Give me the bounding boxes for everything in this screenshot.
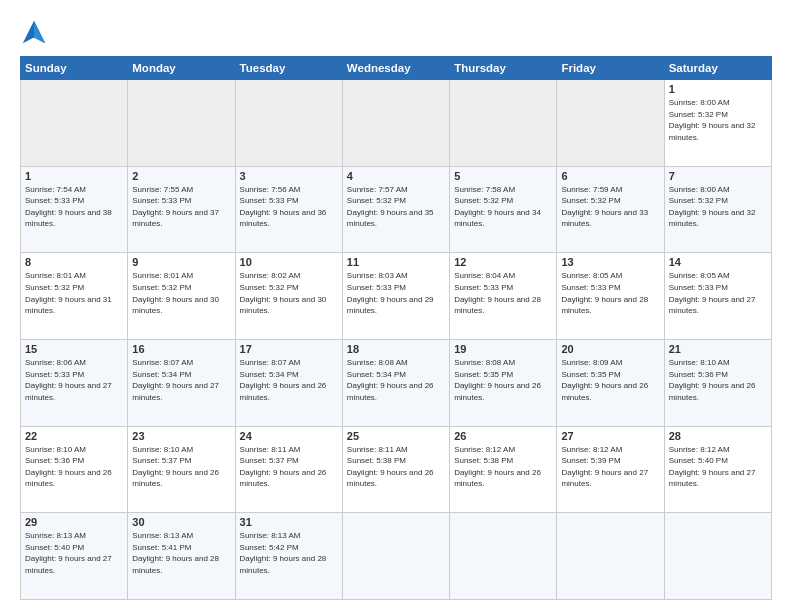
calendar-cell: 8Sunrise: 8:01 AMSunset: 5:32 PMDaylight…	[21, 253, 128, 340]
cell-content: Sunrise: 8:13 AMSunset: 5:42 PMDaylight:…	[240, 531, 327, 575]
calendar-cell: 15Sunrise: 8:06 AMSunset: 5:33 PMDayligh…	[21, 339, 128, 426]
calendar-week-row: 15Sunrise: 8:06 AMSunset: 5:33 PMDayligh…	[21, 339, 772, 426]
header	[20, 18, 772, 46]
calendar-cell: 9Sunrise: 8:01 AMSunset: 5:32 PMDaylight…	[128, 253, 235, 340]
cell-content: Sunrise: 8:02 AMSunset: 5:32 PMDaylight:…	[240, 271, 327, 315]
calendar-cell: 29Sunrise: 8:13 AMSunset: 5:40 PMDayligh…	[21, 513, 128, 600]
cell-content: Sunrise: 8:11 AMSunset: 5:38 PMDaylight:…	[347, 445, 434, 489]
calendar-week-row: 1Sunrise: 8:00 AMSunset: 5:32 PMDaylight…	[21, 80, 772, 167]
cell-content: Sunrise: 8:06 AMSunset: 5:33 PMDaylight:…	[25, 358, 112, 402]
calendar-cell: 23Sunrise: 8:10 AMSunset: 5:37 PMDayligh…	[128, 426, 235, 513]
calendar-cell	[21, 80, 128, 167]
calendar-cell: 6Sunrise: 7:59 AMSunset: 5:32 PMDaylight…	[557, 166, 664, 253]
calendar-cell: 4Sunrise: 7:57 AMSunset: 5:32 PMDaylight…	[342, 166, 449, 253]
calendar-cell	[235, 80, 342, 167]
cell-content: Sunrise: 8:09 AMSunset: 5:35 PMDaylight:…	[561, 358, 648, 402]
calendar-cell	[342, 80, 449, 167]
cell-content: Sunrise: 7:59 AMSunset: 5:32 PMDaylight:…	[561, 185, 648, 229]
calendar-cell: 2Sunrise: 7:55 AMSunset: 5:33 PMDaylight…	[128, 166, 235, 253]
cell-content: Sunrise: 8:10 AMSunset: 5:36 PMDaylight:…	[669, 358, 756, 402]
day-number: 22	[25, 430, 123, 442]
cell-content: Sunrise: 8:12 AMSunset: 5:38 PMDaylight:…	[454, 445, 541, 489]
calendar-cell: 14Sunrise: 8:05 AMSunset: 5:33 PMDayligh…	[664, 253, 771, 340]
calendar-day-header: Thursday	[450, 57, 557, 80]
calendar-day-header: Wednesday	[342, 57, 449, 80]
cell-content: Sunrise: 7:54 AMSunset: 5:33 PMDaylight:…	[25, 185, 112, 229]
calendar-cell: 1Sunrise: 8:00 AMSunset: 5:32 PMDaylight…	[664, 80, 771, 167]
calendar-cell: 28Sunrise: 8:12 AMSunset: 5:40 PMDayligh…	[664, 426, 771, 513]
calendar-cell	[450, 80, 557, 167]
calendar-cell: 5Sunrise: 7:58 AMSunset: 5:32 PMDaylight…	[450, 166, 557, 253]
cell-content: Sunrise: 8:12 AMSunset: 5:39 PMDaylight:…	[561, 445, 648, 489]
calendar-cell: 7Sunrise: 8:00 AMSunset: 5:32 PMDaylight…	[664, 166, 771, 253]
cell-content: Sunrise: 8:12 AMSunset: 5:40 PMDaylight:…	[669, 445, 756, 489]
day-number: 18	[347, 343, 445, 355]
calendar-cell	[557, 513, 664, 600]
day-number: 25	[347, 430, 445, 442]
calendar-cell: 21Sunrise: 8:10 AMSunset: 5:36 PMDayligh…	[664, 339, 771, 426]
calendar-cell	[342, 513, 449, 600]
calendar-cell: 22Sunrise: 8:10 AMSunset: 5:36 PMDayligh…	[21, 426, 128, 513]
calendar-cell: 20Sunrise: 8:09 AMSunset: 5:35 PMDayligh…	[557, 339, 664, 426]
cell-content: Sunrise: 8:05 AMSunset: 5:33 PMDaylight:…	[561, 271, 648, 315]
cell-content: Sunrise: 8:01 AMSunset: 5:32 PMDaylight:…	[132, 271, 219, 315]
calendar-day-header: Monday	[128, 57, 235, 80]
day-number: 7	[669, 170, 767, 182]
cell-content: Sunrise: 8:08 AMSunset: 5:34 PMDaylight:…	[347, 358, 434, 402]
day-number: 14	[669, 256, 767, 268]
calendar-cell: 13Sunrise: 8:05 AMSunset: 5:33 PMDayligh…	[557, 253, 664, 340]
cell-content: Sunrise: 8:11 AMSunset: 5:37 PMDaylight:…	[240, 445, 327, 489]
day-number: 11	[347, 256, 445, 268]
cell-content: Sunrise: 8:07 AMSunset: 5:34 PMDaylight:…	[132, 358, 219, 402]
calendar-day-header: Sunday	[21, 57, 128, 80]
calendar-cell	[128, 80, 235, 167]
calendar-header-row: SundayMondayTuesdayWednesdayThursdayFrid…	[21, 57, 772, 80]
day-number: 1	[669, 83, 767, 95]
logo-icon	[20, 18, 48, 46]
calendar-table: SundayMondayTuesdayWednesdayThursdayFrid…	[20, 56, 772, 600]
calendar-cell: 30Sunrise: 8:13 AMSunset: 5:41 PMDayligh…	[128, 513, 235, 600]
cell-content: Sunrise: 7:56 AMSunset: 5:33 PMDaylight:…	[240, 185, 327, 229]
calendar-week-row: 22Sunrise: 8:10 AMSunset: 5:36 PMDayligh…	[21, 426, 772, 513]
day-number: 13	[561, 256, 659, 268]
day-number: 5	[454, 170, 552, 182]
day-number: 10	[240, 256, 338, 268]
day-number: 29	[25, 516, 123, 528]
calendar-cell: 3Sunrise: 7:56 AMSunset: 5:33 PMDaylight…	[235, 166, 342, 253]
cell-content: Sunrise: 8:04 AMSunset: 5:33 PMDaylight:…	[454, 271, 541, 315]
calendar-cell: 25Sunrise: 8:11 AMSunset: 5:38 PMDayligh…	[342, 426, 449, 513]
cell-content: Sunrise: 8:05 AMSunset: 5:33 PMDaylight:…	[669, 271, 756, 315]
cell-content: Sunrise: 8:13 AMSunset: 5:40 PMDaylight:…	[25, 531, 112, 575]
calendar-cell	[664, 513, 771, 600]
calendar-cell: 11Sunrise: 8:03 AMSunset: 5:33 PMDayligh…	[342, 253, 449, 340]
cell-content: Sunrise: 8:07 AMSunset: 5:34 PMDaylight:…	[240, 358, 327, 402]
cell-content: Sunrise: 8:00 AMSunset: 5:32 PMDaylight:…	[669, 185, 756, 229]
day-number: 9	[132, 256, 230, 268]
day-number: 16	[132, 343, 230, 355]
day-number: 21	[669, 343, 767, 355]
cell-content: Sunrise: 8:03 AMSunset: 5:33 PMDaylight:…	[347, 271, 434, 315]
calendar-cell: 26Sunrise: 8:12 AMSunset: 5:38 PMDayligh…	[450, 426, 557, 513]
cell-content: Sunrise: 8:08 AMSunset: 5:35 PMDaylight:…	[454, 358, 541, 402]
cell-content: Sunrise: 7:58 AMSunset: 5:32 PMDaylight:…	[454, 185, 541, 229]
cell-content: Sunrise: 8:01 AMSunset: 5:32 PMDaylight:…	[25, 271, 112, 315]
svg-marker-1	[34, 21, 45, 43]
calendar-cell: 19Sunrise: 8:08 AMSunset: 5:35 PMDayligh…	[450, 339, 557, 426]
calendar-cell	[450, 513, 557, 600]
calendar-cell: 27Sunrise: 8:12 AMSunset: 5:39 PMDayligh…	[557, 426, 664, 513]
day-number: 12	[454, 256, 552, 268]
page: SundayMondayTuesdayWednesdayThursdayFrid…	[0, 0, 792, 612]
day-number: 17	[240, 343, 338, 355]
calendar-day-header: Saturday	[664, 57, 771, 80]
calendar-cell: 17Sunrise: 8:07 AMSunset: 5:34 PMDayligh…	[235, 339, 342, 426]
calendar-cell: 18Sunrise: 8:08 AMSunset: 5:34 PMDayligh…	[342, 339, 449, 426]
calendar-day-header: Tuesday	[235, 57, 342, 80]
day-number: 6	[561, 170, 659, 182]
cell-content: Sunrise: 7:57 AMSunset: 5:32 PMDaylight:…	[347, 185, 434, 229]
day-number: 30	[132, 516, 230, 528]
day-number: 15	[25, 343, 123, 355]
calendar-cell: 16Sunrise: 8:07 AMSunset: 5:34 PMDayligh…	[128, 339, 235, 426]
calendar-cell	[557, 80, 664, 167]
day-number: 20	[561, 343, 659, 355]
calendar-day-header: Friday	[557, 57, 664, 80]
